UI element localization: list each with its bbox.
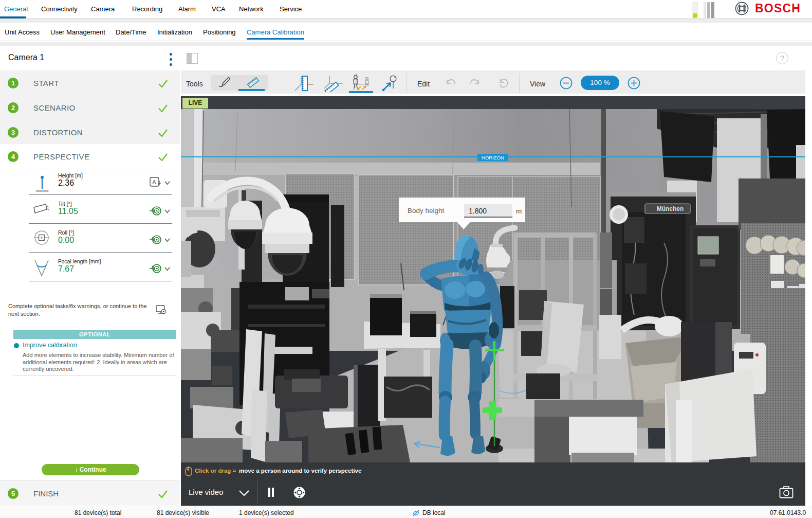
svg-text:München: München bbox=[657, 205, 684, 212]
svg-text:Body height: Body height bbox=[408, 207, 445, 215]
svg-text:A: A bbox=[152, 179, 156, 185]
svg-text:m: m bbox=[516, 207, 522, 215]
svg-text:1.800: 1.800 bbox=[469, 207, 487, 215]
svg-text:HORIZON: HORIZON bbox=[482, 155, 504, 160]
